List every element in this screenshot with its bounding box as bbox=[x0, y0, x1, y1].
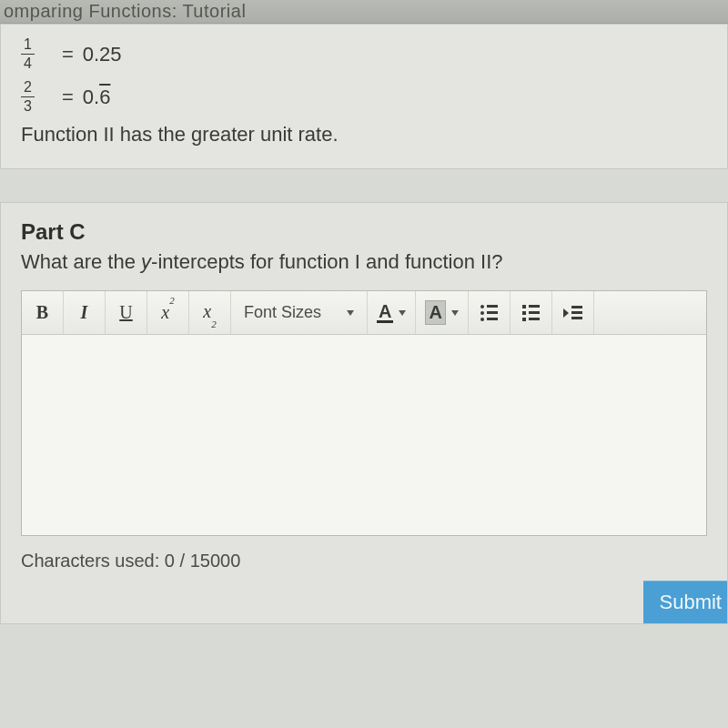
subscript-button[interactable]: x2 bbox=[189, 291, 231, 334]
question-italic: y bbox=[141, 250, 151, 273]
question-prefix: What are the bbox=[21, 250, 141, 273]
highlight-button[interactable]: A bbox=[416, 291, 468, 334]
partc-header: Part C What are the y-intercepts for fun… bbox=[1, 219, 727, 274]
value-1: 0.25 bbox=[83, 43, 122, 66]
highlight-icon: A bbox=[425, 300, 445, 325]
chevron-down-icon bbox=[347, 310, 354, 316]
bold-button[interactable]: B bbox=[22, 291, 64, 334]
answer-panel: 1 4 = 0.25 2 3 = 0.6 Function II has the… bbox=[0, 24, 728, 169]
editor-toolbar: B I U x2 x2 Font Sizes A A bbox=[22, 291, 706, 335]
bold-icon: B bbox=[36, 302, 48, 323]
character-count: Characters used: 0 / 15000 bbox=[1, 536, 727, 581]
submit-row: Submit bbox=[1, 581, 727, 623]
subscript-icon: x2 bbox=[203, 301, 216, 324]
equals-1: = bbox=[62, 43, 74, 66]
numbered-list-button[interactable] bbox=[511, 291, 552, 334]
math-line-2: 2 3 = 0.6 bbox=[21, 80, 707, 114]
rich-text-editor: B I U x2 x2 Font Sizes A A bbox=[21, 290, 707, 536]
equals-2: = bbox=[62, 86, 74, 109]
fontsize-label: Font Sizes bbox=[244, 303, 321, 322]
fraction-2: 2 3 bbox=[21, 80, 35, 114]
submit-button[interactable]: Submit bbox=[643, 581, 727, 623]
chevron-down-icon bbox=[451, 310, 459, 316]
fraction-1-den: 4 bbox=[24, 55, 32, 71]
value-2: 0.6 bbox=[83, 86, 111, 109]
superscript-button[interactable]: x2 bbox=[147, 291, 189, 334]
bullet-list-icon bbox=[480, 305, 498, 321]
question-text: What are the y-intercepts for function I… bbox=[21, 250, 707, 274]
text-color-icon: A bbox=[377, 302, 393, 323]
underline-button[interactable]: U bbox=[106, 291, 147, 334]
question-suffix: -intercepts for function I and function … bbox=[151, 250, 502, 273]
italic-icon: I bbox=[81, 302, 88, 323]
part-label: Part C bbox=[21, 219, 707, 245]
indent-button[interactable] bbox=[552, 291, 594, 334]
editor-textarea[interactable] bbox=[22, 335, 706, 535]
fraction-1: 1 4 bbox=[21, 37, 35, 71]
fontsize-dropdown[interactable]: Font Sizes bbox=[231, 291, 368, 334]
math-line-1: 1 4 = 0.25 bbox=[21, 37, 707, 71]
bullet-list-button[interactable] bbox=[469, 291, 511, 334]
fraction-1-num: 1 bbox=[21, 37, 35, 55]
superscript-icon: x2 bbox=[161, 302, 174, 323]
fraction-2-num: 2 bbox=[21, 80, 35, 97]
fraction-2-den: 3 bbox=[24, 97, 32, 114]
text-color-button[interactable]: A bbox=[368, 291, 416, 334]
underline-icon: U bbox=[119, 302, 132, 323]
value-2-repeat: 6 bbox=[99, 86, 110, 108]
chevron-down-icon bbox=[399, 310, 406, 316]
indent-icon bbox=[563, 306, 582, 319]
conclusion-text: Function II has the greater unit rate. bbox=[21, 123, 707, 147]
partc-panel: Part C What are the y-intercepts for fun… bbox=[0, 202, 728, 624]
italic-button[interactable]: I bbox=[64, 291, 106, 334]
header-bar: omparing Functions: Tutorial bbox=[0, 0, 728, 24]
header-title: omparing Functions: Tutorial bbox=[4, 1, 246, 22]
numbered-list-icon bbox=[522, 305, 540, 321]
value-2-prefix: 0. bbox=[83, 86, 99, 108]
